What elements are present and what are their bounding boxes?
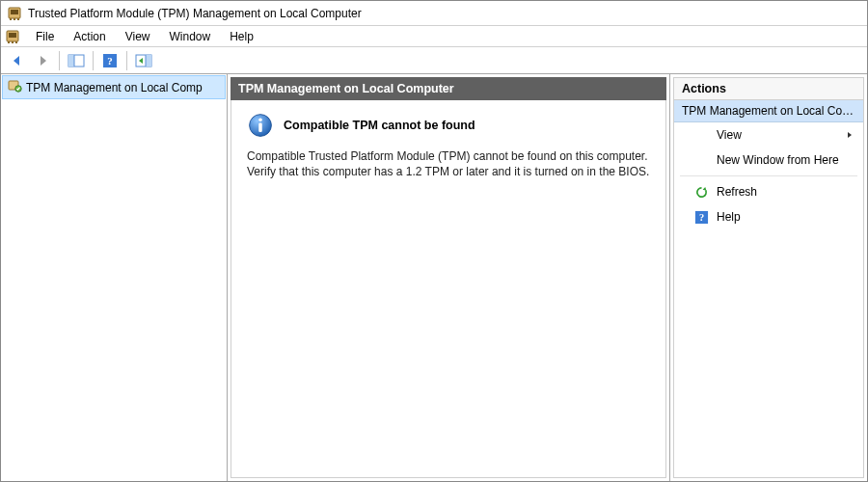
actions-list: TPM Management on Local Computer View Ne…	[673, 100, 864, 478]
action-label: View	[717, 128, 742, 142]
help-icon: ?	[693, 209, 709, 225]
menu-help[interactable]: Help	[220, 28, 263, 45]
svg-rect-7	[8, 41, 10, 43]
toolbar-separator	[126, 51, 127, 70]
actions-pane: Actions TPM Management on Local Computer…	[669, 74, 867, 481]
tree-node-label: TPM Management on Local Comp	[26, 81, 203, 94]
action-new-window[interactable]: New Window from Here	[674, 147, 863, 173]
message-title: Compatible TPM cannot be found	[284, 119, 475, 132]
content-body: Compatible TPM cannot be found Compatibl…	[231, 100, 666, 478]
actions-context-label: TPM Management on Local Computer	[674, 100, 863, 122]
toolbar-separator	[93, 51, 94, 70]
svg-rect-16	[146, 55, 151, 67]
toolbar: ?	[1, 47, 867, 74]
svg-point-21	[258, 119, 262, 122]
toolbar-separator	[59, 51, 60, 70]
svg-rect-2	[10, 18, 12, 20]
blank-icon	[693, 152, 709, 168]
refresh-icon	[693, 184, 709, 200]
tpm-node-icon	[7, 78, 22, 96]
action-refresh[interactable]: Refresh	[674, 179, 863, 204]
tree-node-tpm-management[interactable]: TPM Management on Local Comp	[2, 75, 226, 99]
message-body: Compatible Trusted Platform Module (TPM)…	[247, 148, 650, 179]
info-icon	[247, 112, 274, 139]
tpm-app-icon	[7, 6, 22, 21]
action-label: Help	[717, 210, 741, 224]
submenu-arrow-icon	[846, 128, 854, 142]
tree-pane: TPM Management on Local Comp	[1, 74, 228, 481]
menubar: File Action View Window Help	[1, 26, 867, 47]
content-header: TPM Management on Local Computer	[231, 77, 666, 100]
menu-view[interactable]: View	[116, 28, 160, 45]
menu-file[interactable]: File	[26, 28, 64, 45]
window-title: Trusted Platform Module (TPM) Management…	[28, 7, 362, 20]
separator	[680, 175, 857, 176]
action-label: Refresh	[717, 185, 757, 199]
svg-rect-11	[68, 55, 74, 67]
actions-header: Actions	[673, 77, 864, 100]
svg-rect-8	[12, 41, 14, 43]
svg-rect-1	[11, 10, 18, 14]
menu-window[interactable]: Window	[160, 28, 221, 45]
blank-icon	[693, 127, 709, 143]
svg-text:?: ?	[698, 212, 703, 223]
svg-rect-22	[258, 122, 262, 132]
svg-rect-9	[15, 41, 17, 43]
content-pane: TPM Management on Local Computer	[228, 74, 669, 481]
help-button[interactable]: ?	[98, 49, 122, 72]
svg-rect-4	[17, 18, 19, 20]
action-label: New Window from Here	[717, 153, 839, 167]
svg-rect-3	[14, 18, 15, 20]
menu-action[interactable]: Action	[64, 28, 115, 45]
svg-rect-6	[9, 33, 16, 38]
titlebar: Trusted Platform Module (TPM) Management…	[1, 1, 867, 26]
show-hide-action-pane-button[interactable]	[132, 49, 155, 72]
message-header-row: Compatible TPM cannot be found	[247, 112, 650, 139]
workspace: TPM Management on Local Comp TPM Managem…	[1, 74, 867, 481]
svg-text:?: ?	[107, 55, 113, 67]
action-help[interactable]: ? Help	[674, 204, 863, 229]
show-hide-tree-button[interactable]	[65, 49, 88, 72]
back-button[interactable]	[6, 49, 29, 72]
forward-button[interactable]	[31, 49, 54, 72]
action-view[interactable]: View	[674, 122, 863, 147]
tpm-app-icon	[5, 29, 20, 44]
